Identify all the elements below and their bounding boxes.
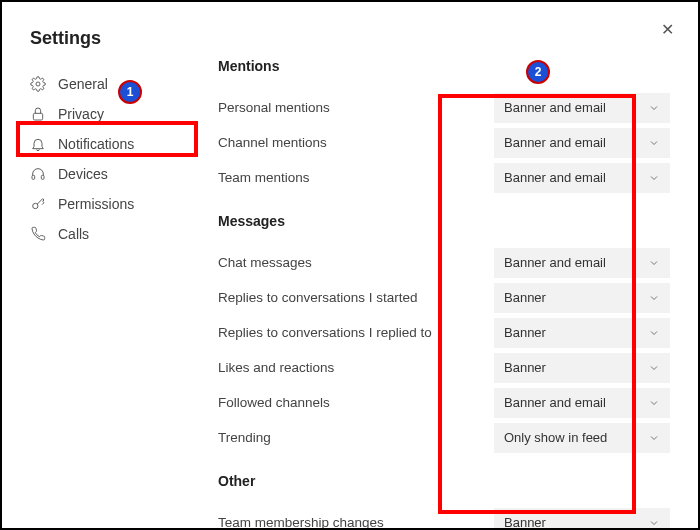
svg-point-0 [36,82,40,86]
setting-label: Chat messages [218,254,486,272]
dropdown-value: Banner and email [504,135,606,150]
chevron-down-icon [648,137,660,149]
setting-label: Followed channels [218,394,486,412]
dropdown-value: Banner and email [504,100,606,115]
svg-rect-3 [41,175,44,179]
headset-icon [30,166,46,182]
setting-row: Replies to conversations I replied to Ba… [218,315,670,350]
setting-label: Personal mentions [218,99,486,117]
page-title: Settings [2,18,202,69]
setting-row: Trending Only show in feed [218,420,670,455]
section-heading-mentions: Mentions [218,58,670,74]
setting-label: Replies to conversations I replied to [218,324,486,342]
svg-rect-2 [32,175,35,179]
gear-icon [30,76,46,92]
dropdown-value: Banner and email [504,170,606,185]
chevron-down-icon [648,257,660,269]
svg-rect-1 [33,113,42,120]
setting-dropdown-team-mentions[interactable]: Banner and email [494,163,670,193]
setting-row: Team membership changes Banner [218,505,670,528]
sidebar-item-privacy[interactable]: Privacy [22,99,194,129]
setting-row: Channel mentions Banner and email [218,125,670,160]
sidebar-item-label: Notifications [58,136,134,152]
setting-dropdown-likes[interactable]: Banner [494,353,670,383]
sidebar-item-label: Calls [58,226,89,242]
dropdown-value: Banner [504,290,546,305]
key-icon [30,196,46,212]
setting-label: Replies to conversations I started [218,289,486,307]
setting-label: Team mentions [218,169,486,187]
sidebar-item-permissions[interactable]: Permissions [22,189,194,219]
setting-label: Team membership changes [218,514,486,528]
dropdown-value: Only show in feed [504,430,607,445]
setting-row: Replies to conversations I started Banne… [218,280,670,315]
dropdown-value: Banner and email [504,395,606,410]
setting-dropdown-chat-messages[interactable]: Banner and email [494,248,670,278]
dropdown-value: Banner [504,325,546,340]
bell-icon [30,136,46,152]
chevron-down-icon [648,102,660,114]
close-button[interactable]: ✕ [661,22,674,38]
sidebar-item-label: Permissions [58,196,134,212]
chevron-down-icon [648,517,660,529]
lock-icon [30,106,46,122]
dropdown-value: Banner and email [504,255,606,270]
sidebar-item-general[interactable]: General [22,69,194,99]
chevron-down-icon [648,292,660,304]
setting-label: Channel mentions [218,134,486,152]
setting-dropdown-personal-mentions[interactable]: Banner and email [494,93,670,123]
sidebar-item-devices[interactable]: Devices [22,159,194,189]
phone-icon [30,226,46,242]
setting-dropdown-replies-replied[interactable]: Banner [494,318,670,348]
setting-dropdown-membership-changes[interactable]: Banner [494,508,670,529]
settings-panel: Mentions Personal mentions Banner and em… [202,18,698,528]
section-heading-other: Other [218,473,670,489]
sidebar: General Privacy Notifications Devices [2,69,202,249]
chevron-down-icon [648,327,660,339]
chevron-down-icon [648,172,660,184]
setting-row: Chat messages Banner and email [218,245,670,280]
setting-row: Likes and reactions Banner [218,350,670,385]
setting-dropdown-replies-started[interactable]: Banner [494,283,670,313]
sidebar-item-label: Devices [58,166,108,182]
chevron-down-icon [648,362,660,374]
setting-row: Team mentions Banner and email [218,160,670,195]
dropdown-value: Banner [504,515,546,528]
setting-dropdown-trending[interactable]: Only show in feed [494,423,670,453]
svg-point-4 [33,203,38,208]
sidebar-item-calls[interactable]: Calls [22,219,194,249]
setting-dropdown-channel-mentions[interactable]: Banner and email [494,128,670,158]
setting-row: Personal mentions Banner and email [218,90,670,125]
dropdown-value: Banner [504,360,546,375]
sidebar-item-label: Privacy [58,106,104,122]
setting-dropdown-followed-channels[interactable]: Banner and email [494,388,670,418]
section-heading-messages: Messages [218,213,670,229]
sidebar-item-notifications[interactable]: Notifications [22,129,194,159]
setting-label: Trending [218,429,486,447]
chevron-down-icon [648,432,660,444]
setting-label: Likes and reactions [218,359,486,377]
sidebar-item-label: General [58,76,108,92]
setting-row: Followed channels Banner and email [218,385,670,420]
chevron-down-icon [648,397,660,409]
